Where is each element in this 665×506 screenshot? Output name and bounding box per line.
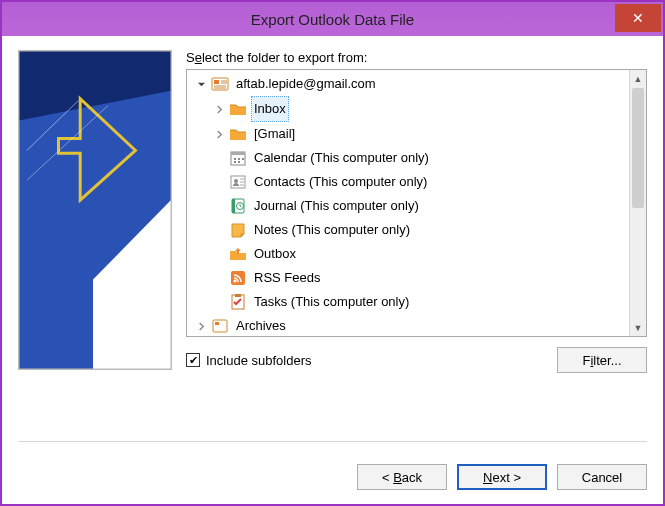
scrollbar[interactable]: ▲ ▼ <box>629 70 646 336</box>
svg-point-12 <box>234 179 238 183</box>
journal-icon <box>229 197 247 215</box>
tree-item-contacts[interactable]: Contacts (This computer only) <box>213 170 629 194</box>
dialog-footer: < Back Next > Cancel <box>2 452 663 504</box>
outbox-icon <box>229 245 247 263</box>
tree-item-account[interactable]: aftab.lepide@gmail.com <box>195 72 629 314</box>
tree-item-outbox[interactable]: Outbox <box>213 242 629 266</box>
checkmark-icon: ✔ <box>186 353 200 367</box>
tree-item-journal[interactable]: Journal (This computer only) <box>213 194 629 218</box>
cancel-button[interactable]: Cancel <box>557 464 647 490</box>
tree-item-tasks[interactable]: Tasks (This computer only) <box>213 290 629 314</box>
scroll-up-icon[interactable]: ▲ <box>630 70 646 87</box>
tree-label: Inbox <box>251 96 289 122</box>
folder-icon <box>229 125 247 143</box>
dialog-body: Select the folder to export from: <box>2 36 663 452</box>
tree-label: [Gmail] <box>251 122 298 146</box>
tree-item-inbox[interactable]: Inbox <box>213 96 629 122</box>
svg-rect-8 <box>214 80 219 84</box>
svg-rect-19 <box>235 294 241 297</box>
svg-rect-10 <box>231 152 245 155</box>
tree-label: Archives <box>233 314 289 336</box>
notes-icon <box>229 221 247 239</box>
svg-rect-16 <box>231 271 245 285</box>
tree-label: Outbox <box>251 242 299 266</box>
svg-rect-21 <box>215 322 219 325</box>
window-title: Export Outlook Data File <box>2 11 663 28</box>
tree-label: Calendar (This computer only) <box>251 146 432 170</box>
tree-item-calendar[interactable]: Calendar (This computer only) <box>213 146 629 170</box>
folder-tree[interactable]: aftab.lepide@gmail.com <box>186 69 647 337</box>
rss-icon <box>229 269 247 287</box>
svg-rect-20 <box>213 320 227 332</box>
close-icon: ✕ <box>632 10 644 26</box>
svg-rect-14 <box>232 199 235 213</box>
expander-expand-icon[interactable] <box>213 128 226 141</box>
expander-expand-icon[interactable] <box>213 103 226 116</box>
folder-icon <box>229 100 247 118</box>
tree-item-rss[interactable]: RSS Feeds <box>213 266 629 290</box>
data-file-icon <box>211 317 229 335</box>
include-subfolders-checkbox[interactable]: ✔ Include subfolders <box>186 353 547 368</box>
tree-item-notes[interactable]: Notes (This computer only) <box>213 218 629 242</box>
prompt-label: Select the folder to export from: <box>186 50 647 65</box>
expander-expand-icon[interactable] <box>195 320 208 333</box>
tree-label: Tasks (This computer only) <box>251 290 412 314</box>
scroll-thumb[interactable] <box>632 88 644 208</box>
next-button[interactable]: Next > <box>457 464 547 490</box>
export-dialog: Export Outlook Data File ✕ Se <box>0 0 665 506</box>
expander-collapse-icon[interactable] <box>195 78 208 91</box>
tasks-icon <box>229 293 247 311</box>
tree-label: Journal (This computer only) <box>251 194 422 218</box>
include-subfolders-label: Include subfolders <box>206 353 312 368</box>
contacts-icon <box>229 173 247 191</box>
tree-item-archives[interactable]: Archives <box>195 314 629 336</box>
tree-label: aftab.lepide@gmail.com <box>233 72 379 96</box>
tree-label: Notes (This computer only) <box>251 218 413 242</box>
filter-button[interactable]: Filter... <box>557 347 647 373</box>
tree-item-gmail[interactable]: [Gmail] <box>213 122 629 146</box>
calendar-icon <box>229 149 247 167</box>
tree-label: Contacts (This computer only) <box>251 170 430 194</box>
close-button[interactable]: ✕ <box>615 4 661 32</box>
wizard-graphic <box>18 50 172 370</box>
svg-point-17 <box>234 280 237 283</box>
back-button[interactable]: < Back <box>357 464 447 490</box>
scroll-down-icon[interactable]: ▼ <box>630 319 646 336</box>
separator <box>18 441 647 442</box>
title-bar[interactable]: Export Outlook Data File ✕ <box>2 2 663 36</box>
account-icon <box>211 75 229 93</box>
tree-label: RSS Feeds <box>251 266 323 290</box>
